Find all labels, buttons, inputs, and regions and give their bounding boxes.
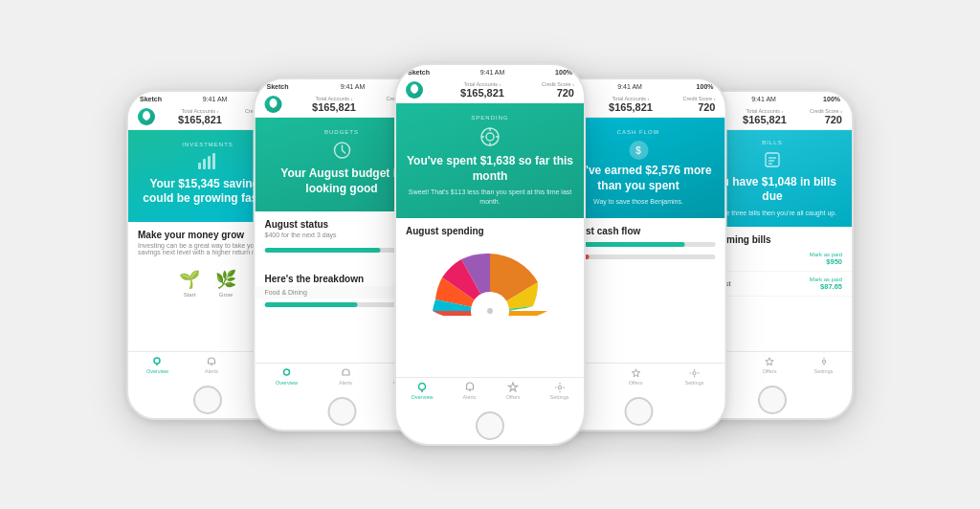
invest-option-2[interactable]: 🌿 Grow xyxy=(215,269,236,298)
accounts-amount: $165,821 xyxy=(743,114,787,125)
settings-icon xyxy=(817,356,831,367)
nav-offers[interactable]: Offers xyxy=(629,367,643,386)
header-accounts[interactable]: Total Accounts › $165,821 xyxy=(609,96,653,113)
nav-alerts[interactable]: Alerts xyxy=(339,367,352,386)
nav-label-offers: Offers xyxy=(629,380,643,386)
settings-icon xyxy=(688,367,702,379)
accounts-amount: $165,821 xyxy=(460,87,504,99)
offers-icon xyxy=(629,367,642,379)
nav-label-settings: Settings xyxy=(550,394,569,400)
svg-point-10 xyxy=(486,133,494,141)
svg-point-16 xyxy=(487,308,493,314)
nav-label-overview: Overview xyxy=(146,368,168,374)
alerts-icon xyxy=(463,382,477,393)
nav-alerts[interactable]: Alerts xyxy=(463,382,477,400)
header-accounts[interactable]: Total Accounts › $165,821 xyxy=(312,96,356,113)
header-accounts[interactable]: Total Accounts › $165,821 xyxy=(743,108,787,125)
nav-label-offers: Offers xyxy=(506,394,521,400)
nav-label-alerts: Alerts xyxy=(463,394,477,400)
nav-label-settings: Settings xyxy=(685,380,704,386)
section-title: August spending xyxy=(396,218,584,238)
svg-point-8 xyxy=(283,369,289,375)
nav-overview[interactable]: Overview xyxy=(412,382,434,400)
header-accounts[interactable]: Total Accounts › $165,821 xyxy=(460,81,504,99)
status-carrier: Sketch xyxy=(267,83,289,90)
status-carrier: Sketch xyxy=(140,96,162,102)
phones-container: Sketch 9:41 AM $1 Total Accounts › $165,… xyxy=(0,0,980,509)
nav-overview[interactable]: Overview xyxy=(146,356,168,374)
svg-rect-1 xyxy=(203,159,206,169)
svg-rect-0 xyxy=(198,163,201,169)
overview-icon xyxy=(150,356,164,367)
alerts-icon xyxy=(339,367,352,379)
header-credit[interactable]: Credit Score › 720 xyxy=(542,81,574,99)
nav-offers[interactable]: Offers xyxy=(506,382,521,400)
nav-label-alerts: Alerts xyxy=(205,368,218,374)
status-battery: 100% xyxy=(823,96,840,102)
status-carrier: Sketch xyxy=(408,69,430,76)
svg-point-26 xyxy=(822,360,825,363)
invest-option-1[interactable]: 🌱 Start xyxy=(179,269,200,298)
header-credit[interactable]: Credit Score › 720 xyxy=(683,96,716,113)
accounts-amount: $165,821 xyxy=(178,114,222,125)
nav-alerts[interactable]: Alerts xyxy=(205,356,218,374)
status-battery: 100% xyxy=(555,69,572,76)
settings-icon xyxy=(553,382,567,393)
bill-amount-comcast: $87.65 xyxy=(810,282,842,291)
home-button[interactable] xyxy=(758,386,787,414)
app-logo xyxy=(406,81,423,99)
offers-icon xyxy=(506,382,520,393)
nav-label-offers: Offers xyxy=(763,368,777,374)
alerts-icon xyxy=(205,356,218,367)
nav-offers[interactable]: Offers xyxy=(763,356,777,374)
nav-settings[interactable]: Settings xyxy=(814,356,834,374)
overview-icon xyxy=(415,382,429,393)
card-icon xyxy=(406,126,574,150)
header-credit[interactable]: Credit Score › 720 xyxy=(810,108,842,125)
nav-settings[interactable]: Settings xyxy=(685,367,704,386)
nav-label-settings: Settings xyxy=(814,368,834,374)
phone-spending: Sketch 9:41 AM 100% Total Accounts › $16… xyxy=(394,63,586,446)
card-title: You've spent $1,638 so far this month xyxy=(406,154,574,184)
app-logo xyxy=(265,96,282,113)
bottom-nav: Overview Alerts Offers xyxy=(396,377,584,406)
phone-content: August spending xyxy=(396,218,584,377)
svg-rect-2 xyxy=(208,156,211,169)
home-button[interactable] xyxy=(193,386,222,414)
svg-rect-22 xyxy=(766,153,779,166)
svg-point-21 xyxy=(693,371,696,374)
accounts-amount: $165,821 xyxy=(609,101,653,113)
nav-overview[interactable]: Overview xyxy=(276,367,298,386)
svg-rect-3 xyxy=(212,153,215,169)
progress-fill xyxy=(265,248,381,253)
app-header: Total Accounts › $165,821 Credit Score ›… xyxy=(396,77,584,103)
status-time: 9:41 AM xyxy=(341,83,366,90)
card-label: SPENDING xyxy=(406,115,574,121)
card-subtitle: Sweet! That's $113 less than you spent a… xyxy=(406,188,574,207)
breakdown-fill xyxy=(265,302,358,307)
credit-score: 720 xyxy=(542,87,574,99)
status-time: 9:41 AM xyxy=(480,69,505,76)
bill-amount-rent: $950 xyxy=(810,257,842,266)
nav-label-overview: Overview xyxy=(276,380,298,386)
status-bar: Sketch 9:41 AM 100% xyxy=(396,65,584,77)
nav-settings[interactable]: Settings xyxy=(550,382,569,400)
credit-score: 720 xyxy=(683,101,716,113)
home-button[interactable] xyxy=(624,397,653,426)
status-time: 9:41 AM xyxy=(203,96,228,102)
nav-label-alerts: Alerts xyxy=(339,380,352,386)
app-logo xyxy=(138,108,155,125)
status-battery: 100% xyxy=(697,83,714,90)
status-time: 9:41 AM xyxy=(751,96,776,102)
header-accounts[interactable]: Total Accounts › $165,821 xyxy=(178,108,222,125)
credit-score: 720 xyxy=(810,114,842,125)
offers-icon xyxy=(763,356,776,367)
nav-label-overview: Overview xyxy=(412,394,434,400)
home-button[interactable] xyxy=(476,411,504,440)
overview-icon xyxy=(279,367,293,379)
card-spending: SPENDING You've spent $1,638 so far this… xyxy=(396,103,584,218)
svg-point-17 xyxy=(418,384,425,390)
home-button[interactable] xyxy=(327,397,356,426)
svg-point-20 xyxy=(558,386,561,388)
svg-point-4 xyxy=(154,358,160,364)
